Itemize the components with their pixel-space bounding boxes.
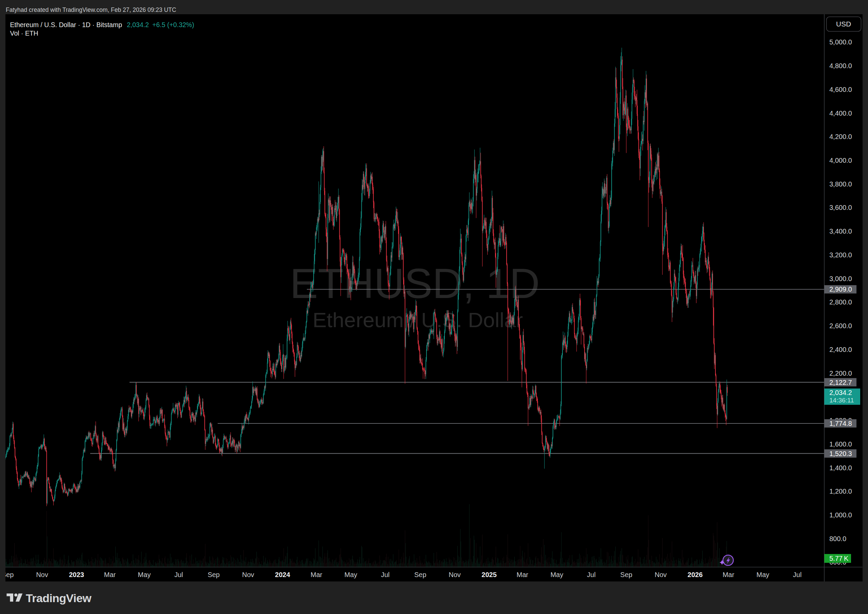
svg-text:May: May [756,571,769,578]
svg-text:Sep: Sep [414,571,426,578]
svg-text:TradingView: TradingView [26,592,91,605]
svg-text:3,200.0: 3,200.0 [829,251,852,259]
svg-text:ETHUSD, 1D: ETHUSD, 1D [290,260,540,307]
svg-text:Mar: Mar [722,571,735,578]
svg-text:2025: 2025 [482,571,497,578]
svg-text:1,200.0: 1,200.0 [829,488,852,495]
svg-text:Sep: Sep [208,571,220,578]
svg-text:3,800.0: 3,800.0 [829,180,852,188]
svg-text:Nov: Nov [242,571,254,578]
svg-text:May: May [344,571,357,578]
svg-text:1,000.0: 1,000.0 [829,511,852,519]
svg-text:Jul: Jul [381,571,390,578]
svg-text:4,400.0: 4,400.0 [829,110,852,117]
svg-text:Sep: Sep [5,571,14,578]
svg-text:Jul: Jul [587,571,596,578]
svg-text:2,400.0: 2,400.0 [829,346,852,353]
svg-text:USD: USD [836,20,851,28]
svg-text:Nov: Nov [449,571,461,578]
svg-text:Vol · ETH: Vol · ETH [10,29,38,37]
svg-text:1,600.0: 1,600.0 [829,440,852,448]
svg-text:2,909.0: 2,909.0 [829,285,852,293]
svg-text:Mar: Mar [104,571,116,578]
svg-text:Mar: Mar [311,571,322,578]
svg-text:5,000.0: 5,000.0 [829,38,852,46]
svg-text:Nov: Nov [36,571,48,578]
svg-text:Ethereum / U.S. Dollar · 1D ·: Ethereum / U.S. Dollar · 1D · Bitstamp2,… [10,21,194,28]
svg-text:1,520.3: 1,520.3 [829,450,852,457]
svg-text:May: May [138,571,151,578]
svg-text:2,122.7: 2,122.7 [829,379,852,386]
svg-text:2026: 2026 [688,571,703,578]
svg-text:2,600.0: 2,600.0 [829,322,852,330]
svg-text:Jul: Jul [174,571,183,578]
svg-text:Jul: Jul [793,571,802,578]
svg-text:2,034.2: 2,034.2 [829,389,852,396]
svg-text:Mar: Mar [517,571,529,578]
svg-text:2023: 2023 [69,571,84,578]
svg-text:2,200.0: 2,200.0 [829,369,852,377]
svg-text:5.77 K: 5.77 K [829,555,849,562]
svg-text:3,400.0: 3,400.0 [829,228,852,235]
svg-text:2,800.0: 2,800.0 [829,298,852,306]
svg-text:4,000.0: 4,000.0 [829,157,852,164]
svg-text:2024: 2024 [275,571,290,578]
svg-text:3,600.0: 3,600.0 [829,204,852,211]
svg-text:Ethereum / U.S. Dollar: Ethereum / U.S. Dollar [313,308,523,332]
svg-text:1,774.8: 1,774.8 [829,420,852,427]
svg-text:4,200.0: 4,200.0 [829,133,852,140]
svg-text:800.0: 800.0 [829,535,846,543]
svg-text:4,800.0: 4,800.0 [829,62,852,70]
svg-text:May: May [550,571,563,578]
svg-text:1,400.0: 1,400.0 [829,464,852,471]
svg-text:14:36:11: 14:36:11 [829,397,854,404]
svg-text:Sep: Sep [620,571,632,578]
svg-text:4,600.0: 4,600.0 [829,86,852,93]
svg-text:3,000.0: 3,000.0 [829,275,852,282]
svg-text:Nov: Nov [655,571,667,578]
